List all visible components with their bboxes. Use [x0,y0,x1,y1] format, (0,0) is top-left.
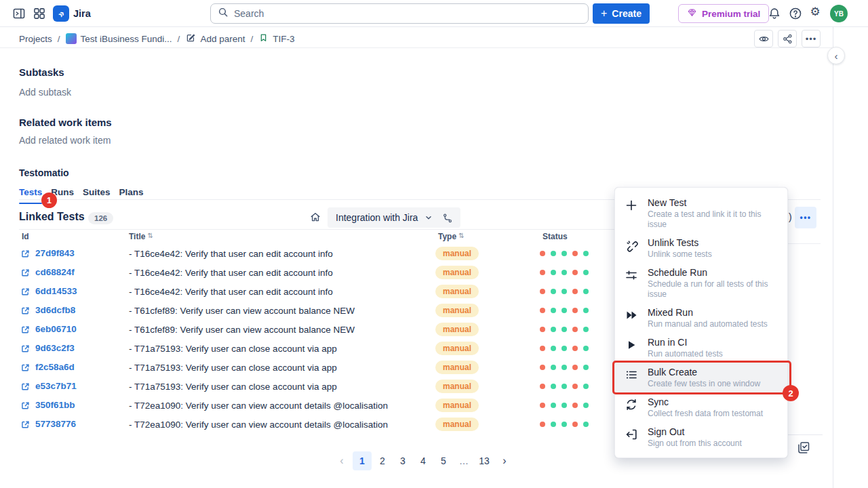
menu-item-subtitle: Schedule a run for all tests of this iss… [648,279,778,300]
column-type[interactable]: Type⇅ [438,232,456,241]
status-dot-green [583,270,589,275]
test-id-link[interactable]: 6dd14533 [35,286,77,296]
status-dot-green [551,289,556,294]
test-id-link[interactable]: e53c7b71 [35,381,77,391]
pagination-page-3[interactable]: 3 [393,451,412,470]
column-status[interactable]: Status [542,232,568,241]
tab-tests[interactable]: Tests [19,187,42,204]
status-dot-red [540,365,545,370]
watch-button[interactable] [754,30,773,47]
menu-item-title: Sync [648,396,763,408]
menu-item-mixed-run[interactable]: Mixed RunRun manual and automated tests [615,303,787,333]
branch-icon[interactable] [442,213,452,223]
menu-item-run-in-ci[interactable]: Run in CIRun automated tests [615,333,787,363]
external-link-icon[interactable] [20,268,31,278]
breadcrumb-projects[interactable]: Projects [19,34,52,44]
status-dot-red [540,327,545,332]
chevron-down-icon [424,213,433,222]
external-link-icon[interactable] [20,382,31,392]
tab-suites[interactable]: Suites [83,187,111,204]
status-dot-green [561,308,567,313]
test-title: - T16ce4e42: Verify that user can edit a… [129,268,333,278]
plus-icon: + [601,7,607,20]
testomatio-tabs: TestsRunsSuitesPlans [19,187,144,204]
linked-tests-count-badge: 126 [88,212,113,224]
menu-item-unlink-tests[interactable]: Unlink TestsUnlink some tests [615,233,787,263]
menu-item-schedule-run[interactable]: Schedule RunSchedule a run for all tests… [615,263,787,303]
more-actions-button[interactable]: ••• [802,30,821,47]
schedule-run-icon [625,266,639,282]
pagination-next-button[interactable]: › [495,451,514,470]
status-dot-red [572,289,578,294]
test-title: - T71a75193: Verify user can close accou… [129,344,337,354]
test-id-link[interactable]: 6eb06710 [35,324,77,334]
pagination-page-13[interactable]: 13 [475,451,494,470]
test-type-badge: manual [435,304,479,317]
help-icon[interactable] [789,7,802,20]
status-dot-green [561,365,567,370]
test-status-dots [540,346,589,351]
linked-tests-title: Linked Tests [19,211,85,223]
user-avatar[interactable]: YB [830,5,848,22]
sidebar-toggle-icon[interactable] [12,7,26,20]
breadcrumb-project[interactable]: Test iBusiness Fundi... [66,33,172,44]
search-input[interactable] [234,8,581,19]
test-title: - T71a75193: Verify user can close accou… [129,363,337,373]
external-link-icon[interactable] [20,363,31,373]
menu-item-sign-out[interactable]: Sign OutSign out from this account [615,422,787,452]
jira-logo-icon[interactable]: » [53,5,69,22]
pagination-prev-button[interactable]: ‹ [332,451,351,470]
multi-select-check-icon[interactable] [797,441,810,454]
test-title: - T72ea1090: Verify user can view accoun… [129,401,388,411]
sort-icon: ⇅ [458,232,464,239]
column-id[interactable]: Id [22,232,29,241]
add-parent-button[interactable]: Add parent [185,33,245,45]
test-id-link[interactable]: f2c58a6d [35,362,75,372]
test-id-link[interactable]: 27d9f843 [35,248,75,258]
pagination-page-1[interactable]: 1 [353,451,372,470]
test-id-link[interactable]: 9d63c2f3 [35,343,75,353]
menu-item-bulk-create[interactable]: Bulk CreateCreate few tests in one windo… [615,363,787,392]
external-link-icon[interactable] [20,249,31,259]
test-id-link[interactable]: 57738776 [35,419,76,429]
status-dot-red [572,384,578,389]
column-title[interactable]: Title⇅ [129,232,145,241]
diamond-icon [687,7,697,20]
external-link-icon[interactable] [20,420,31,430]
external-link-icon[interactable] [20,306,31,316]
notifications-bell-icon[interactable] [768,7,781,20]
breadcrumb-issue-key[interactable]: TIF-3 [258,33,294,45]
external-link-icon[interactable] [20,344,31,354]
add-subtask-button[interactable]: Add subtask [19,87,71,98]
add-related-work-item-button[interactable]: Add related work item [19,135,111,146]
test-id-link[interactable]: 3d6dcfb8 [35,305,75,315]
external-link-icon[interactable] [20,325,31,335]
test-id-link[interactable]: cd68824f [35,267,75,277]
settings-gear-icon[interactable]: ⚙ [808,5,822,19]
testomatio-more-button-active[interactable]: ••• [795,207,816,228]
status-dot-red [572,365,578,370]
create-button[interactable]: + Create [593,3,650,24]
controls-divider [19,229,614,230]
menu-item-subtitle: Run automated tests [648,349,723,359]
pagination-page-5[interactable]: 5 [434,451,453,470]
external-link-icon[interactable] [20,401,31,411]
status-dot-green [551,384,556,389]
project-filter-dropdown[interactable]: Integration with Jira [328,207,460,228]
pagination-page-2[interactable]: 2 [373,451,392,470]
global-search[interactable] [210,3,589,24]
collapse-panel-button[interactable]: ‹ [827,47,845,64]
pagination-page-4[interactable]: 4 [414,451,433,470]
pagination-ellipsis: … [454,451,473,470]
premium-trial-button[interactable]: Premium trial [678,4,769,23]
status-dot-green [561,403,567,408]
test-id-link[interactable]: 350f61bb [35,400,75,410]
app-switcher-icon[interactable] [33,7,46,20]
menu-item-sync[interactable]: SyncCollect fresh data from testomat [615,392,787,422]
menu-item-new-test[interactable]: New TestCreate a test and link it it to … [615,193,787,233]
home-icon[interactable] [309,211,321,223]
share-button[interactable] [778,30,797,47]
external-link-icon[interactable] [20,287,31,297]
sign-out-icon [625,426,639,441]
tab-plans[interactable]: Plans [119,187,144,204]
